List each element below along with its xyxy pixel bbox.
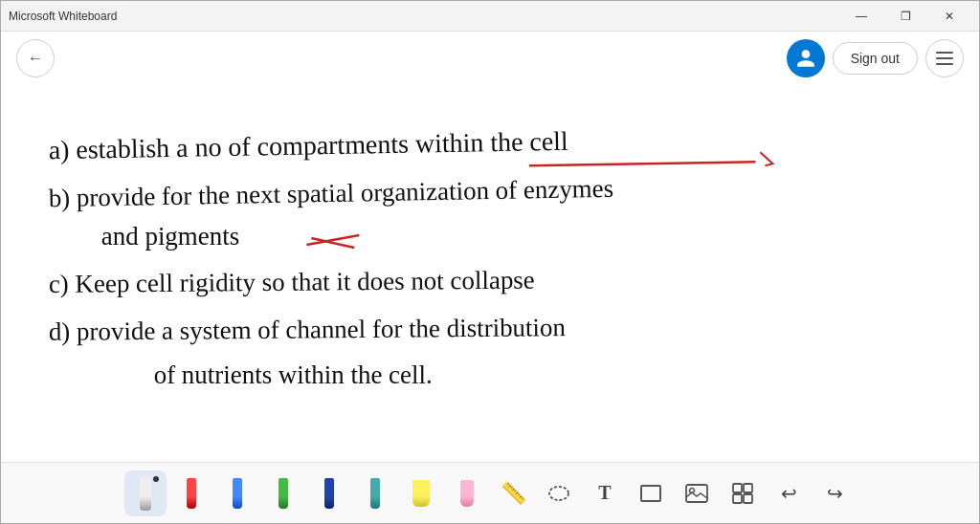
- svg-text:b) provide for the next spatia: b) provide for the next spatial organiza…: [48, 174, 613, 212]
- grid-icon: [731, 482, 754, 505]
- handwriting-svg: a) establish a no of compartments within…: [1, 85, 979, 462]
- shape-tool[interactable]: [630, 470, 672, 516]
- redo-icon: ↪: [827, 482, 843, 505]
- ruler-tool[interactable]: 📏: [492, 470, 534, 516]
- text-icon: T: [598, 482, 611, 504]
- image-icon: [685, 484, 708, 503]
- yellow-highlighter-icon: [412, 480, 430, 507]
- svg-point-7: [549, 487, 568, 500]
- user-avatar[interactable]: [787, 39, 825, 77]
- shape-icon: [640, 485, 661, 502]
- topbar-right: Sign out: [787, 39, 964, 77]
- window-controls: — ❐ ✕: [839, 1, 971, 32]
- red-pen-icon: [187, 478, 196, 509]
- undo-button[interactable]: ↩: [768, 470, 810, 516]
- menu-line-1: [936, 52, 953, 54]
- redo-button[interactable]: ↪: [813, 470, 856, 516]
- teal-pen-tool[interactable]: [354, 470, 396, 516]
- back-button[interactable]: ←: [16, 39, 55, 77]
- svg-rect-10: [733, 484, 742, 492]
- window-title: Microsoft Whiteboard: [9, 10, 117, 23]
- svg-rect-12: [733, 494, 742, 503]
- content-area: ← Sign out a) esta: [1, 32, 979, 523]
- green-pen-tool[interactable]: [262, 470, 304, 516]
- user-icon: [795, 48, 816, 69]
- darkblue-pen-tool[interactable]: [308, 470, 350, 516]
- svg-text:a) establish a no of compartme: a) establish a no of compartments within…: [48, 126, 568, 164]
- svg-text:c) Keep cell rigidity so that : c) Keep cell rigidity so that it does no…: [49, 266, 535, 298]
- undo-icon: ↩: [781, 482, 797, 505]
- red-pen-tool[interactable]: [170, 470, 212, 516]
- lasso-tool[interactable]: [538, 470, 580, 516]
- menu-button[interactable]: [925, 39, 964, 77]
- toolbar: 📏 T: [1, 462, 979, 523]
- teal-pen-icon: [370, 478, 380, 509]
- maximize-button[interactable]: ❐: [883, 1, 927, 32]
- svg-rect-13: [744, 494, 752, 503]
- add-tool[interactable]: [722, 470, 764, 516]
- text-tool[interactable]: T: [584, 470, 626, 516]
- svg-text:and pigments: and pigments: [101, 222, 239, 251]
- whiteboard-canvas[interactable]: a) establish a no of compartments within…: [1, 85, 979, 462]
- pink-highlighter-tool[interactable]: [446, 470, 488, 516]
- titlebar: Microsoft Whiteboard — ❐ ✕: [1, 1, 979, 32]
- svg-text:of nutrients within the cell.: of nutrients within the cell.: [154, 360, 433, 389]
- blue-pen-icon: [233, 478, 242, 509]
- ruler-icon: 📏: [501, 481, 526, 506]
- active-dot: [153, 476, 159, 482]
- back-icon: ←: [28, 50, 43, 67]
- darkblue-pen-icon: [324, 478, 334, 509]
- minimize-button[interactable]: —: [839, 1, 883, 32]
- sign-out-button[interactable]: Sign out: [833, 42, 918, 75]
- green-pen-icon: [278, 478, 288, 509]
- menu-line-3: [936, 63, 953, 65]
- white-pen-tool[interactable]: [124, 470, 167, 516]
- pink-highlighter-icon: [460, 480, 474, 507]
- yellow-highlighter-tool[interactable]: [400, 470, 442, 516]
- image-tool[interactable]: [676, 470, 718, 516]
- close-button[interactable]: ✕: [927, 1, 971, 32]
- lasso-icon: [547, 482, 570, 505]
- svg-rect-11: [744, 484, 752, 492]
- svg-rect-8: [686, 485, 707, 502]
- svg-line-1: [529, 162, 756, 165]
- blue-pen-tool[interactable]: [216, 470, 258, 516]
- white-pen-icon: [140, 476, 151, 511]
- app-window: Microsoft Whiteboard — ❐ ✕ ← Sign out: [0, 0, 980, 524]
- svg-text:d) provide a system of channel: d) provide a system of channel for the d…: [49, 313, 567, 346]
- menu-line-2: [936, 57, 953, 59]
- topbar: ← Sign out: [1, 32, 979, 85]
